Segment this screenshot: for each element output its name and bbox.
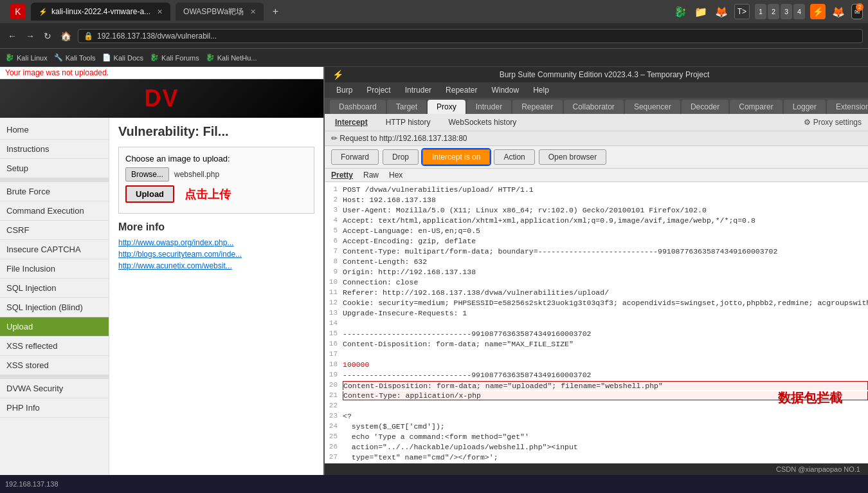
- browse-button[interactable]: Browse...: [125, 167, 169, 181]
- request-body[interactable]: 1POST /dvwa/vulnerabilities/upload/ HTTP…: [325, 182, 868, 463]
- line-number: 13: [325, 309, 343, 318]
- upload-button[interactable]: Upload: [125, 185, 174, 203]
- sidebar-item-upload[interactable]: Upload: [0, 317, 109, 337]
- action-button[interactable]: Action: [494, 149, 534, 165]
- taskbar-icon-1[interactable]: 🐉: [673, 4, 688, 19]
- taskbar-icon-3[interactable]: 🦊: [714, 4, 729, 19]
- sidebar-item-xss-stored[interactable]: XSS stored: [0, 356, 109, 375]
- dvwa-main-content: Vulnerability: Fil... Choose an image to…: [109, 118, 323, 475]
- tab-extensions[interactable]: Extensions: [827, 100, 868, 114]
- bookmark-kali-tools[interactable]: 🔧 Kali Tools: [54, 53, 96, 62]
- line-content: Content-Disposition: form-data; name="up…: [343, 381, 868, 390]
- line-number: 2: [325, 196, 343, 205]
- line-number: 14: [325, 319, 343, 328]
- line-content: Connection: close: [343, 278, 868, 287]
- bookmark-kali-linux[interactable]: 🐉 Kali Linux: [5, 53, 48, 62]
- line-number: 4: [325, 216, 343, 225]
- tab-owasp[interactable]: OWASPBWa靶场 ✕: [176, 3, 264, 21]
- dvwa-header: DV: [0, 79, 323, 118]
- menu-intruder[interactable]: Intruder: [399, 84, 438, 97]
- tab-logger[interactable]: Logger: [784, 100, 826, 114]
- ws-3[interactable]: 3: [781, 4, 792, 19]
- line-content: 100000: [343, 360, 868, 369]
- sidebar-item-dvwa-security[interactable]: DVWA Security: [0, 379, 109, 398]
- sidebar-item-instructions[interactable]: Instructions: [0, 140, 109, 159]
- proxy-settings-label: Proxy settings: [813, 118, 862, 127]
- proxy-tab-websockets[interactable]: WebSockets history: [444, 116, 520, 128]
- request-line: 6Accept-Encoding: gzip, deflate: [325, 236, 868, 247]
- menu-project[interactable]: Project: [360, 84, 397, 97]
- tab-proxy[interactable]: Proxy: [428, 100, 466, 114]
- back-button[interactable]: ←: [5, 30, 19, 42]
- ff-icon[interactable]: 🦊: [831, 4, 846, 19]
- intercept-on-button[interactable]: Intercept is on: [422, 149, 490, 165]
- kali-icon: K: [10, 4, 26, 19]
- more-info-link-2[interactable]: http://www.acunetix.com/websit...: [118, 261, 314, 270]
- tab-decoder[interactable]: Decoder: [682, 100, 728, 114]
- taskbar-icon-2[interactable]: 📁: [693, 4, 709, 19]
- sidebar-item-insecure-captcha[interactable]: Insecure CAPTCHA: [0, 240, 109, 259]
- proxy-tab-intercept[interactable]: Intercept: [331, 116, 372, 128]
- menu-burp[interactable]: Burp: [330, 84, 359, 97]
- bookmark-kali-forums[interactable]: 🐉 Kali Forums: [150, 53, 199, 62]
- line-number: 7: [325, 247, 343, 256]
- sidebar-item-home[interactable]: Home: [0, 120, 109, 140]
- sidebar-item-brute-force[interactable]: Brute Force: [0, 182, 109, 201]
- proxy-settings-button[interactable]: ⚙ Proxy settings: [804, 118, 862, 127]
- home-button[interactable]: 🏠: [58, 30, 74, 42]
- line-number: 19: [325, 371, 343, 380]
- request-line: 3User-Agent: Mozilla/5.0 (X11; Linux x86…: [325, 205, 868, 216]
- line-number: 26: [325, 443, 343, 452]
- content-tab-hex[interactable]: Hex: [389, 171, 402, 180]
- line-content: system($_GET['cmd']);: [343, 422, 868, 431]
- more-info-link-1[interactable]: http://blogs.securityteam.com/inde...: [118, 250, 314, 259]
- line-content: Upgrade-Insecure-Requests: 1: [343, 309, 868, 318]
- forward-button[interactable]: Forward: [331, 149, 379, 165]
- drop-button[interactable]: Drop: [383, 149, 419, 165]
- sidebar-item-php-info[interactable]: PHP Info: [0, 398, 109, 418]
- tab-target[interactable]: Target: [387, 100, 426, 114]
- badge-icon[interactable]: ✉ 2: [851, 4, 863, 19]
- bookmark-kali-docs[interactable]: 📄 Kali Docs: [102, 53, 143, 62]
- proxy-tab-http-history[interactable]: HTTP history: [382, 116, 435, 128]
- content-tab-raw[interactable]: Raw: [363, 171, 379, 180]
- address-bar[interactable]: 🔒 192.168.137.138/dvwa/vulnerabil...: [78, 29, 863, 43]
- open-browser-button[interactable]: Open browser: [539, 149, 606, 165]
- sidebar-item-sql-injection[interactable]: SQL Injection: [0, 279, 109, 298]
- forward-button[interactable]: →: [23, 30, 37, 42]
- ws-4[interactable]: 4: [793, 4, 805, 19]
- tab-dashboard[interactable]: Dashboard: [330, 100, 386, 114]
- bookmark-kali-nethu[interactable]: 🐉 Kali NetHu...: [206, 53, 257, 62]
- content-tab-pretty[interactable]: Pretty: [331, 171, 353, 180]
- sidebar-item-file-inclusion[interactable]: File Inclusion: [0, 259, 109, 279]
- sidebar-item-csrf[interactable]: CSRF: [0, 221, 109, 240]
- sidebar-item-command-execution[interactable]: Command Execution: [0, 201, 109, 221]
- tab-repeater[interactable]: Repeater: [512, 100, 562, 114]
- menu-repeater[interactable]: Repeater: [439, 84, 484, 97]
- tab-comparer[interactable]: Comparer: [730, 100, 782, 114]
- ws-2[interactable]: 2: [768, 4, 779, 19]
- dvwa-error-message: Your image was not uploaded.: [0, 67, 323, 79]
- sidebar-item-xss-reflected[interactable]: XSS reflected: [0, 337, 109, 356]
- new-tab-button[interactable]: +: [269, 6, 282, 17]
- menu-window[interactable]: Window: [485, 84, 525, 97]
- line-number: 23: [325, 412, 343, 421]
- tab-collaborator[interactable]: Collaborator: [564, 100, 624, 114]
- menu-help[interactable]: Help: [527, 84, 556, 97]
- tab-close-owasp[interactable]: ✕: [250, 8, 256, 16]
- line-content: -----------------------------99108776363…: [343, 330, 868, 339]
- reload-button[interactable]: ↻: [41, 30, 54, 42]
- tab-close-kali[interactable]: ✕: [157, 8, 163, 16]
- line-content: POST /dvwa/vulnerabilities/upload/ HTTP/…: [343, 185, 868, 194]
- burp-icon[interactable]: ⚡: [810, 4, 826, 19]
- line-content: [343, 350, 868, 359]
- taskbar-icon-4[interactable]: T>: [734, 4, 750, 19]
- more-info-link-0[interactable]: http://www.owasp.org/index.php...: [118, 238, 314, 247]
- tab-intruder[interactable]: Intruder: [467, 100, 511, 114]
- ws-1[interactable]: 1: [755, 4, 766, 19]
- sidebar-item-sql-injection-blind[interactable]: SQL Injection (Blind): [0, 298, 109, 317]
- burp-title-text: Burp Suite Community Edition v2023.4.3 –…: [348, 70, 860, 79]
- sidebar-item-setup[interactable]: Setup: [0, 159, 109, 178]
- tab-sequencer[interactable]: Sequencer: [625, 100, 680, 114]
- tab-kali[interactable]: ⚡ kali-linux-2022.4-vmware-a... ✕: [31, 3, 170, 21]
